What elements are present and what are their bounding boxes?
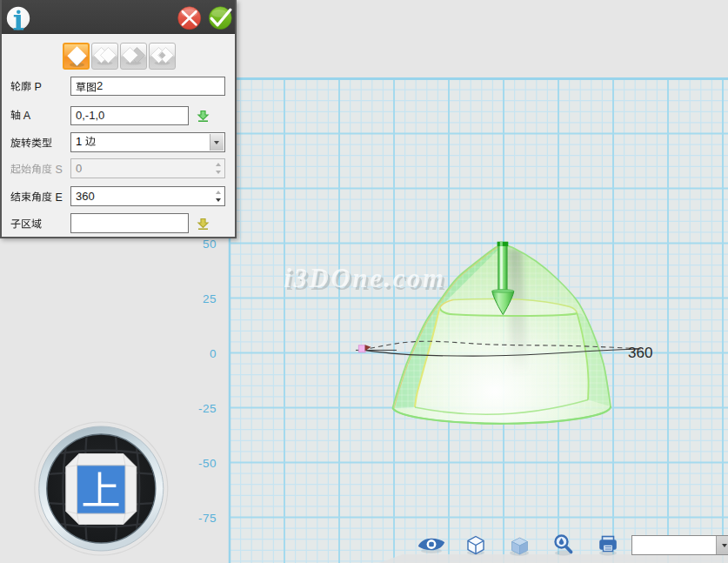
svg-text:i3DOne.com: i3DOne.com — [284, 263, 446, 293]
svg-text:360: 360 — [628, 345, 652, 361]
